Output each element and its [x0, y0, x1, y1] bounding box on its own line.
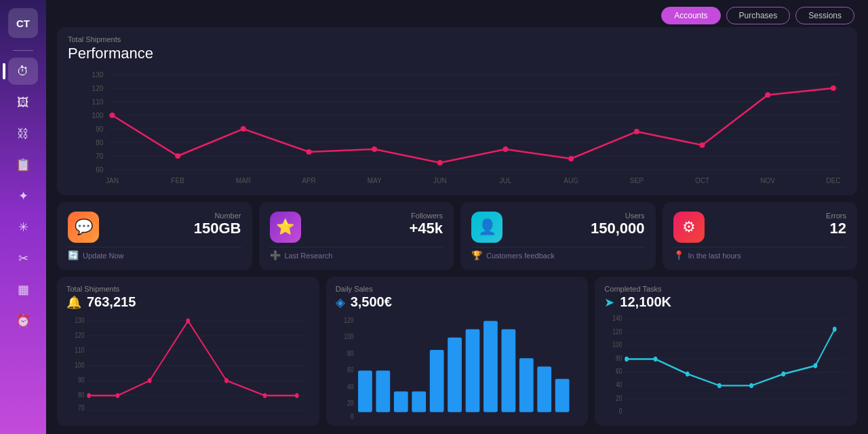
sales-icon: ◈: [336, 295, 345, 310]
tasks-chart-area: 140 120 100 80 60 40 20 0: [604, 313, 848, 420]
svg-point-24: [634, 129, 639, 134]
sidebar-item-pin[interactable]: ✳: [8, 214, 38, 241]
svg-rect-76: [501, 329, 515, 412]
svg-text:80: 80: [616, 354, 623, 362]
svg-point-18: [241, 126, 246, 132]
tasks-icon: 📋: [16, 157, 31, 172]
total-shipments-card: Total Shipments 🔔 763,215 130 120 110 10…: [57, 277, 319, 426]
stat-footer-errors[interactable]: 📍 In the last hours: [673, 247, 847, 260]
sales-title: Daily Sales: [336, 285, 579, 293]
svg-text:120: 120: [75, 331, 85, 339]
tasks-chart-svg: 140 120 100 80 60 40 20 0: [604, 313, 848, 420]
main-content: Accounts Purchases Sessions ⚙ Total Ship…: [46, 0, 868, 434]
svg-text:JUL: JUL: [500, 177, 512, 184]
sessions-button[interactable]: Sessions: [795, 7, 854, 24]
stat-top-users: 👤 Users 150,000: [471, 212, 645, 243]
svg-point-101: [814, 363, 818, 368]
sidebar-item-stars[interactable]: ✦: [8, 182, 38, 210]
stat-footer-storage[interactable]: 🔄 Update Now: [68, 247, 241, 260]
stats-row: 💬 Number 150GB 🔄 Update Now ⭐ Followers: [57, 202, 857, 270]
svg-point-22: [502, 146, 508, 152]
svg-text:100: 100: [75, 361, 85, 369]
sidebar-item-profile[interactable]: 🖼: [8, 89, 38, 116]
purchases-button[interactable]: Purchases: [726, 7, 791, 24]
svg-point-25: [699, 142, 705, 148]
svg-point-95: [625, 357, 629, 361]
followers-icon: ⭐: [270, 212, 301, 243]
svg-point-59: [263, 393, 267, 398]
stat-footer-followers[interactable]: ➕ Last Research: [270, 247, 443, 260]
svg-point-57: [186, 319, 190, 323]
sales-chart-svg: 120 100 80 60 40 20 0: [336, 313, 579, 420]
svg-rect-71: [412, 391, 426, 412]
tasks-value-row: ➤ 12,100K: [604, 294, 848, 310]
tools-icon: ✂: [18, 251, 28, 266]
accounts-button[interactable]: Accounts: [661, 7, 720, 24]
content-area: ⚙ Total Shipments Performance 130 120: [46, 27, 868, 434]
shipments-value: 763,215: [87, 294, 136, 310]
storage-icon: 💬: [68, 212, 99, 243]
stat-card-followers: ⭐ Followers +45k ➕ Last Research: [259, 202, 454, 270]
sidebar-item-connections[interactable]: ⛓: [8, 120, 38, 147]
sidebar-item-tools[interactable]: ✂: [8, 245, 38, 272]
stat-label-errors: Errors: [714, 212, 847, 220]
shipments-chart-area: 130 120 110 100 90 80 70: [66, 313, 310, 420]
svg-text:MAR: MAR: [236, 177, 251, 184]
svg-text:20: 20: [347, 399, 354, 407]
svg-text:40: 40: [616, 380, 623, 389]
svg-text:120: 120: [344, 316, 354, 324]
hours-icon: 📍: [673, 250, 684, 260]
stat-label-storage: Number: [108, 212, 241, 220]
stat-top-followers: ⭐ Followers +45k: [270, 212, 443, 243]
svg-point-27: [831, 85, 836, 91]
svg-text:OCT: OCT: [695, 177, 709, 184]
svg-rect-73: [448, 338, 462, 412]
performance-chart-svg: 130 120 110 100 90 80 70 60: [68, 68, 846, 190]
shipments-icon: 🔔: [66, 295, 81, 310]
performance-chart: 130 120 110 100 90 80 70 60: [68, 68, 846, 190]
stat-value-followers: +45k: [311, 220, 443, 237]
svg-rect-79: [555, 379, 569, 412]
stat-footer-label-users: Customers feedback: [486, 252, 555, 260]
completed-tasks-card: Completed Tasks ➤ 12,100K 140 120 100 80…: [595, 277, 857, 426]
sidebar-item-analytics[interactable]: ▦: [8, 276, 38, 303]
bottom-charts-row: Total Shipments 🔔 763,215 130 120 110 10…: [57, 277, 857, 426]
svg-point-55: [116, 393, 120, 398]
svg-text:110: 110: [92, 98, 104, 106]
stat-footer-label-errors: In the last hours: [688, 252, 741, 260]
sidebar: CT ⏱ 🖼 ⛓ 📋 ✦ ✳ ✂ ▦ ⏰: [0, 0, 46, 434]
svg-point-102: [833, 327, 837, 332]
svg-text:NOV: NOV: [760, 177, 775, 184]
sidebar-item-tasks[interactable]: 📋: [8, 151, 38, 178]
svg-rect-70: [394, 391, 408, 412]
shipments-title: Total Shipments: [66, 285, 310, 293]
svg-text:120: 120: [92, 85, 104, 92]
svg-point-99: [750, 383, 754, 388]
sidebar-logo[interactable]: CT: [8, 8, 38, 38]
shipments-value-row: 🔔 763,215: [66, 294, 310, 310]
stat-card-errors: ⚙ Errors 12 📍 In the last hours: [663, 202, 858, 270]
svg-text:100: 100: [344, 332, 354, 340]
stat-footer-users[interactable]: 🏆 Customers feedback: [471, 247, 645, 260]
svg-point-97: [686, 372, 690, 376]
chart-heading: Performance: [68, 45, 846, 62]
stat-footer-label-followers: Last Research: [285, 252, 333, 260]
svg-point-98: [717, 383, 722, 388]
sidebar-item-alerts[interactable]: ⏰: [8, 307, 38, 334]
stat-value-storage: 150GB: [108, 220, 241, 237]
profile-icon: 🖼: [17, 96, 29, 110]
svg-text:SEP: SEP: [630, 177, 644, 184]
stat-label-followers: Followers: [311, 212, 443, 220]
sales-chart-area: 120 100 80 60 40 20 0: [336, 313, 579, 420]
svg-text:70: 70: [78, 403, 85, 412]
svg-text:80: 80: [347, 349, 354, 357]
svg-text:60: 60: [347, 366, 354, 374]
svg-rect-68: [358, 371, 372, 412]
stat-text-errors: Errors 12: [714, 212, 847, 237]
svg-point-16: [109, 113, 115, 118]
connections-icon: ⛓: [17, 127, 29, 141]
svg-rect-77: [519, 358, 534, 412]
svg-point-100: [782, 372, 786, 376]
sidebar-item-dashboard[interactable]: ⏱: [8, 58, 38, 85]
svg-text:0: 0: [619, 407, 623, 415]
